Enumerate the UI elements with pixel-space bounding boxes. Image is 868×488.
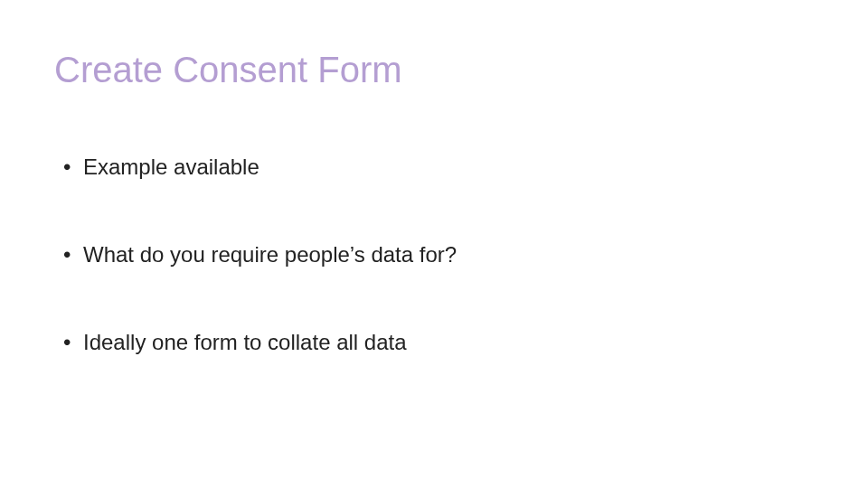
bullet-list: Example available What do you require pe… bbox=[63, 153, 814, 357]
list-item: Example available bbox=[63, 153, 814, 181]
slide: Create Consent Form Example available Wh… bbox=[0, 0, 868, 488]
list-item: What do you require people’s data for? bbox=[63, 240, 814, 268]
list-item: Ideally one form to collate all data bbox=[63, 328, 814, 356]
slide-title: Create Consent Form bbox=[54, 50, 814, 89]
